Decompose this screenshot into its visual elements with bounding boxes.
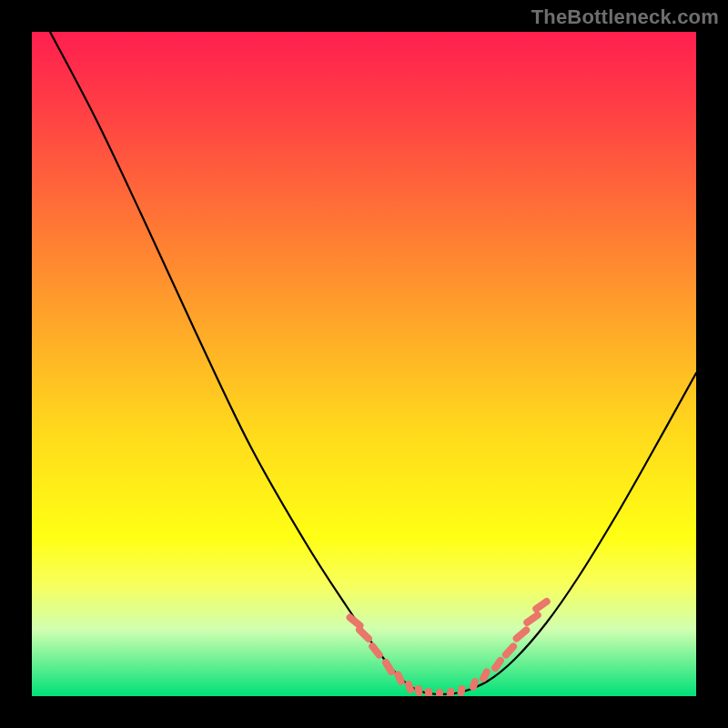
marker-dot (380, 657, 396, 676)
curve-layer (32, 32, 696, 696)
left-curve (50, 32, 437, 694)
chart-frame: TheBottleneck.com (0, 0, 728, 728)
marker-dot (511, 625, 531, 643)
right-curve (437, 373, 696, 694)
marker-dot (436, 689, 443, 696)
marker-dot (368, 642, 385, 661)
marker-dot (424, 688, 432, 696)
marker-dot (457, 684, 467, 696)
marker-dot (531, 596, 552, 613)
marker-dot (414, 684, 423, 696)
marker-dot (354, 624, 373, 643)
marker-dot (522, 610, 543, 627)
marker-dot (446, 688, 454, 696)
plot-area (32, 32, 696, 696)
watermark-text: TheBottleneck.com (531, 5, 719, 29)
